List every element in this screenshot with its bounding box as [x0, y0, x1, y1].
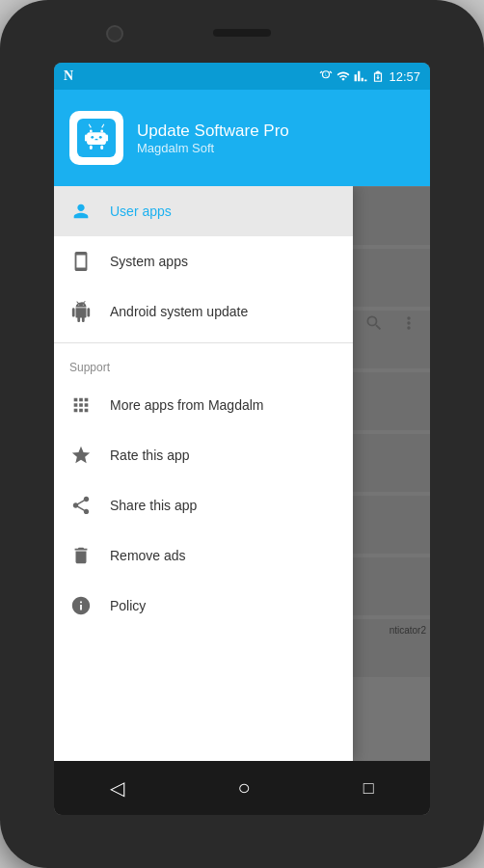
drawer-item-more-apps[interactable]: More apps from Magdalm: [54, 380, 353, 430]
status-bar-left: N: [64, 68, 73, 84]
phone-device: N: [0, 0, 484, 868]
rate-app-label: Rate this app: [110, 448, 190, 463]
svg-line-9: [89, 124, 91, 128]
app-title: Update Software Pro: [137, 122, 289, 141]
svg-point-7: [91, 136, 94, 139]
support-section-header: Support: [54, 349, 353, 380]
bg-list-item: [353, 249, 430, 307]
system-apps-label: System apps: [110, 254, 188, 269]
wifi-icon: [336, 69, 350, 83]
system-apps-icon: [69, 250, 93, 273]
status-bar: N: [54, 63, 430, 90]
android-update-label: Android system update: [110, 304, 248, 319]
user-apps-label: User apps: [110, 203, 172, 219]
background-area: nticator2: [353, 186, 430, 761]
app-logo-icon: [80, 122, 113, 154]
drawer-item-share-app[interactable]: Share this app: [54, 480, 353, 530]
remove-ads-label: Remove ads: [110, 548, 186, 563]
recents-button[interactable]: □: [344, 771, 393, 806]
more-options-button[interactable]: [395, 310, 422, 337]
svg-rect-4: [105, 134, 108, 141]
svg-rect-2: [87, 132, 106, 145]
search-button[interactable]: [361, 310, 388, 337]
bottom-navigation: ◁ ○ □: [54, 761, 430, 815]
remove-ads-icon: [69, 544, 93, 567]
app-icon-box: [69, 111, 123, 165]
bg-list-item: [353, 496, 430, 554]
phone-camera: [106, 25, 123, 42]
top-right-overlay: [361, 310, 422, 337]
more-apps-icon: [69, 393, 93, 417]
svg-line-10: [102, 124, 104, 128]
svg-point-0: [90, 130, 93, 133]
status-time: 12:57: [389, 69, 420, 84]
battery-icon: [371, 69, 385, 83]
share-app-icon: [69, 494, 93, 517]
phone-speaker: [213, 29, 271, 37]
status-bar-right: 12:57: [319, 69, 420, 84]
bg-list-item: [353, 187, 430, 245]
rate-app-icon: [69, 444, 93, 467]
home-button[interactable]: ○: [218, 768, 269, 808]
app-header: Update Software Pro Magdalm Soft: [54, 90, 430, 186]
drawer-divider-1: [54, 342, 353, 343]
app-icon-inner: [77, 119, 116, 157]
drawer-item-remove-ads[interactable]: Remove ads: [54, 530, 353, 581]
svg-point-1: [100, 130, 103, 133]
svg-point-8: [99, 136, 102, 139]
authenticator2-text: nticator2: [390, 625, 426, 636]
drawer-item-system-apps[interactable]: System apps: [54, 236, 353, 286]
notification-icon: N: [64, 68, 73, 84]
user-apps-icon: [69, 200, 93, 223]
more-apps-label: More apps from Magdalm: [110, 397, 264, 413]
bg-list-item: [353, 557, 430, 615]
bg-list-item: [353, 372, 430, 430]
drawer-item-policy[interactable]: Policy: [54, 581, 353, 631]
android-update-icon: [69, 300, 93, 323]
app-title-area: Update Software Pro Magdalm Soft: [137, 122, 289, 155]
policy-icon: [69, 594, 93, 617]
navigation-drawer: User apps System apps: [54, 186, 353, 761]
content-body: nticator2: [54, 186, 430, 761]
phone-screen: N: [54, 63, 430, 815]
drawer-item-android-update[interactable]: Android system update: [54, 286, 353, 337]
share-app-label: Share this app: [110, 498, 197, 513]
signal-icon: [354, 69, 367, 83]
drawer-item-user-apps[interactable]: User apps: [54, 186, 353, 236]
svg-rect-6: [100, 146, 103, 149]
drawer-item-rate-app[interactable]: Rate this app: [54, 430, 353, 480]
svg-rect-3: [85, 134, 88, 141]
svg-rect-5: [90, 146, 93, 149]
alarm-icon: [319, 69, 333, 83]
back-button[interactable]: ◁: [91, 769, 144, 807]
policy-label: Policy: [110, 598, 146, 613]
app-subtitle: Magdalm Soft: [137, 141, 289, 155]
bg-list-item: [353, 434, 430, 492]
